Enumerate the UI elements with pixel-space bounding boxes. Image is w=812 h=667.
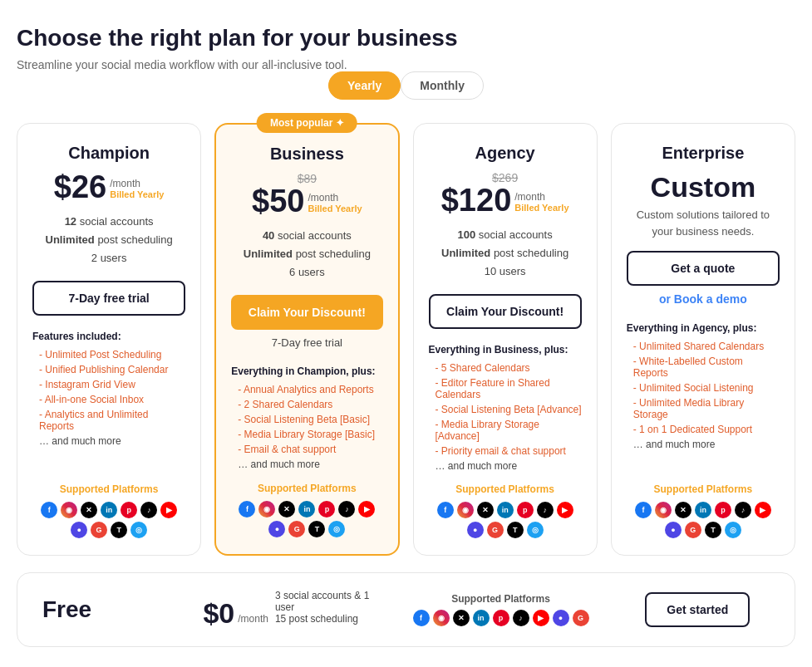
feature-item: 5 Shared Calendars: [429, 362, 582, 374]
plan-name: Champion: [32, 144, 185, 163]
yearly-toggle-btn[interactable]: Yearly: [328, 71, 401, 100]
plan-cta-button[interactable]: Get a quote: [627, 251, 780, 286]
free-trial-text: 7-Day free trial: [231, 336, 382, 349]
free-plan-detail2: 15 post scheduling: [275, 613, 376, 625]
platform-icon: ●: [553, 610, 569, 626]
platform-icons-agency: f◉✕inp♪▶●GT◎: [429, 502, 582, 538]
plan-name: Business: [231, 145, 382, 164]
supported-platforms-label: Supported Platforms: [429, 483, 582, 495]
supported-platforms-label: Supported Platforms: [231, 483, 382, 494]
features-label: Features included:: [32, 331, 185, 342]
platform-icon: in: [298, 501, 315, 517]
feature-item: 1 on 1 Dedicated Support: [627, 424, 780, 435]
platform-icon: ♪: [735, 502, 751, 518]
book-demo-button[interactable]: or Book a demo: [627, 292, 780, 306]
free-plan-btn-area: Get started: [626, 592, 770, 627]
platform-icon: ◎: [725, 522, 741, 538]
feature-item: 2 Shared Calendars: [231, 399, 382, 410]
platform-icon: T: [705, 522, 721, 538]
platform-icon: in: [101, 502, 117, 518]
supported-platforms-label: Supported Platforms: [32, 483, 185, 495]
platform-icons-champion: f◉✕inp♪▶●GT◎: [32, 502, 185, 538]
plan-price-dollar: $120: [441, 184, 512, 216]
plan-cta-button[interactable]: 7-Day free trial: [32, 281, 185, 316]
platform-icon: ◎: [130, 522, 147, 538]
free-platform-icons: f◉✕inp♪▶●G: [392, 610, 608, 626]
plan-name: Enterprise: [627, 144, 780, 163]
plan-billed: Billed Yearly: [110, 189, 164, 199]
platform-icon: p: [318, 501, 335, 517]
platform-icon: ◎: [527, 522, 544, 538]
platform-icon: ✕: [278, 501, 295, 517]
feature-item: Editor Feature in Shared Calendars: [429, 377, 582, 400]
plan-cta-button[interactable]: Claim Your Discount!: [231, 295, 382, 330]
free-plan-name: Free: [42, 596, 91, 622]
platform-icon: f: [437, 502, 454, 518]
plan-per-month: /month: [110, 178, 140, 189]
feature-item: All-in-one Social Inbox: [32, 394, 185, 405]
plan-price-dollar: $26: [54, 171, 106, 203]
plan-price-meta: /month Billed Yearly: [110, 178, 164, 203]
plan-card-champion: Champion $26 /month Billed Yearly 12 soc…: [17, 123, 201, 556]
supported-platforms-label: Supported Platforms: [627, 483, 780, 495]
free-supported-label: Supported Platforms: [392, 593, 608, 605]
plan-price-area: $269 $120 /month Billed Yearly: [429, 171, 582, 216]
platform-icon: ◉: [258, 501, 275, 517]
platform-icon: ▶: [533, 610, 549, 626]
most-popular-badge: Most popular ✦: [257, 113, 357, 133]
platform-icon: T: [308, 521, 325, 537]
monthly-toggle-btn[interactable]: Monthly: [401, 71, 484, 100]
platform-icons-business: f◉✕inp♪▶●GT◎: [231, 501, 382, 537]
platform-icon: ●: [665, 522, 682, 538]
feature-more: … and much more: [32, 435, 185, 447]
features-label: Everything in Business, plus:: [429, 344, 582, 356]
platform-icon: ♪: [140, 502, 157, 518]
free-get-started-button[interactable]: Get started: [645, 592, 750, 627]
platform-icon: f: [239, 501, 255, 517]
platform-icon: G: [685, 522, 701, 538]
plan-price-area: $26 /month Billed Yearly: [32, 171, 185, 203]
page-subtitle: Streamline your social media workflow wi…: [17, 58, 795, 71]
feature-item: Unified Publishing Calendar: [32, 364, 185, 375]
feature-more: … and much more: [429, 460, 582, 472]
features-section: Everything in Champion, plus:Annual Anal…: [231, 365, 382, 471]
billing-toggle: Yearly Monthly: [17, 71, 795, 100]
plan-cta-button[interactable]: Claim Your Discount!: [429, 294, 582, 329]
feature-more: … and much more: [627, 439, 780, 450]
plan-summary: 40 social accounts Unlimited post schedu…: [231, 227, 382, 282]
plan-card-agency: Agency$269 $120 /month Billed Yearly 100…: [413, 123, 598, 556]
free-plan-price-area: $0 /month 3 social accounts & 1 user 15 …: [203, 590, 376, 630]
platform-icon: ●: [268, 521, 285, 537]
feature-item: White-Labelled Custom Reports: [627, 356, 780, 379]
plan-price: Custom: [627, 171, 780, 204]
platform-icon: G: [573, 610, 589, 626]
platform-icon: ◉: [655, 502, 672, 518]
feature-item: Media Library Storage [Advance]: [429, 419, 582, 442]
platform-icon: in: [473, 610, 490, 626]
free-plan-bar: Free $0 /month 3 social accounts & 1 use…: [17, 572, 795, 647]
plans-grid: Champion $26 /month Billed Yearly 12 soc…: [17, 123, 795, 556]
plan-per-month: /month: [308, 192, 338, 204]
features-label: Everything in Agency, plus:: [627, 322, 780, 334]
platform-icon: ◉: [61, 502, 77, 518]
platform-icon: ◉: [457, 502, 474, 518]
platform-icon: T: [111, 522, 127, 538]
platform-icon: ✕: [477, 502, 494, 518]
plan-price-meta: /month Billed Yearly: [308, 192, 362, 217]
free-per-month: /month: [238, 613, 268, 630]
features-section: Everything in Business, plus:5 Shared Ca…: [429, 344, 582, 472]
platform-icon: ♪: [537, 502, 554, 518]
plan-current-price: $26 /month Billed Yearly: [32, 171, 185, 203]
platform-icon: p: [121, 502, 137, 518]
feature-item: Email & chat support: [231, 444, 382, 455]
free-plan-name-area: Free: [42, 596, 186, 623]
plan-per-month: /month: [514, 191, 545, 203]
feature-item: Social Listening Beta [Basic]: [231, 414, 382, 425]
plan-card-business: Most popular ✦Business$89 $50 /month Bil…: [214, 123, 399, 556]
features-section: Features included:Unlimited Post Schedul…: [32, 331, 185, 472]
platform-icon: ▶: [160, 502, 177, 518]
platform-icon: ◎: [328, 521, 345, 537]
feature-item: Unlimited Shared Calendars: [627, 341, 780, 352]
platform-icon: p: [517, 502, 534, 518]
plan-custom-desc: Custom solutions tailored to your busine…: [627, 207, 780, 239]
